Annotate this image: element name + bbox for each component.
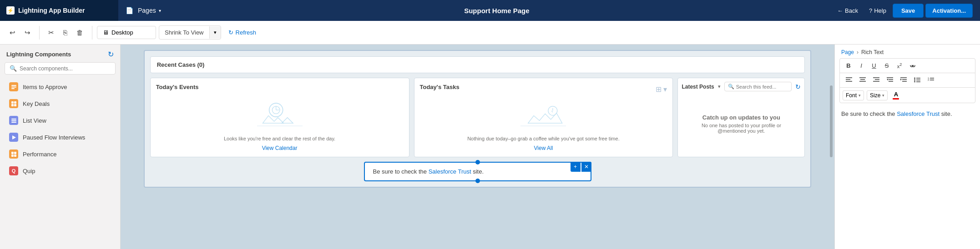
size-label: Size: [870, 92, 880, 99]
component-search-bar[interactable]: 🔍: [5, 62, 116, 75]
feed-component: Latest Posts ▾ 🔍 ↻ Catch up on updates t…: [677, 78, 805, 157]
bold-button[interactable]: B: [843, 60, 854, 71]
superscript-button[interactable]: x2: [894, 60, 905, 71]
selected-rich-text-component[interactable]: Be sure to check the Salesforce Trust si…: [364, 162, 591, 181]
svg-rect-11: [11, 152, 14, 154]
events-illustration: [257, 99, 303, 130]
component-item-list-view[interactable]: List View: [3, 112, 117, 129]
feed-dropdown-icon[interactable]: ▾: [718, 84, 721, 90]
app-title: Lightning App Builder: [18, 7, 85, 14]
search-icon: 🔍: [10, 65, 17, 72]
svg-point-44: [914, 78, 915, 79]
events-title: Today's Events: [156, 84, 199, 90]
items-to-approve-label: Items to Approve: [23, 84, 67, 90]
panel-refresh-button[interactable]: ↻: [108, 50, 114, 59]
breadcrumb-current: Rich Text: [861, 49, 884, 55]
components-panel: Lightning Components ↻ 🔍 Items to Approv…: [0, 45, 121, 249]
component-item-key-deals[interactable]: Key Deals: [3, 95, 117, 112]
breadcrumb-page-link[interactable]: Page: [841, 49, 854, 55]
component-item-paused-flow[interactable]: Paused Flow Interviews: [3, 129, 117, 145]
svg-rect-9: [11, 122, 16, 123]
todays-tasks-component[interactable]: Today's Tasks ⊞ ▾ Nothing due today–go g…: [414, 78, 673, 157]
svg-point-46: [914, 80, 915, 81]
feed-refresh-icon[interactable]: ↻: [795, 83, 801, 90]
canvas-scrollbar[interactable]: [830, 85, 833, 157]
rte-alignment-row: 1.2.: [840, 73, 975, 88]
svg-line-24: [552, 110, 553, 112]
undo-button[interactable]: ↩: [5, 26, 20, 40]
canvas-area[interactable]: Recent Cases (0) Today's Events: [121, 45, 834, 249]
svg-rect-2: [11, 88, 15, 89]
selected-text-suffix: site.: [473, 168, 484, 175]
selection-handle-bottom: [475, 179, 480, 183]
selected-text-prefix: Be sure to check the: [373, 168, 429, 175]
feed-empty-title: Catch up on updates to you: [702, 114, 780, 121]
component-item-performance[interactable]: Performance: [3, 146, 117, 162]
delete-button[interactable]: 🗑: [72, 26, 87, 39]
save-button[interactable]: Save: [893, 4, 924, 18]
device-selector[interactable]: 🖥 Desktop: [97, 26, 156, 39]
font-color-button[interactable]: A: [890, 90, 901, 101]
history-tools: ↩ ↪: [5, 26, 40, 40]
recent-cases-component[interactable]: Recent Cases (0): [150, 56, 805, 73]
font-label: Font: [846, 92, 857, 99]
indent-decrease-button[interactable]: [884, 75, 896, 85]
link-button[interactable]: [906, 60, 919, 71]
svg-marker-43: [900, 79, 902, 80]
view-calendar-link[interactable]: View Calendar: [262, 145, 298, 151]
paused-flow-icon: [9, 133, 18, 142]
component-item-quip[interactable]: Q Quip: [3, 163, 117, 179]
help-button[interactable]: ? Help: [864, 5, 891, 17]
align-left-button[interactable]: [843, 75, 855, 85]
svg-rect-5: [11, 104, 14, 106]
salesforce-trust-link[interactable]: Salesforce Trust: [429, 168, 471, 175]
feed-search[interactable]: 🔍: [724, 82, 792, 91]
top-navigation: Lightning App Builder 📄 Pages ▾ Support …: [0, 0, 980, 21]
feed-search-input[interactable]: [736, 84, 788, 90]
view-label: Shrink To View: [159, 26, 209, 39]
refresh-icon: ↻: [228, 29, 233, 36]
remove-component-button[interactable]: ✕: [581, 162, 591, 172]
recent-cases-title: Recent Cases (0): [157, 61, 205, 68]
todays-events-component[interactable]: Today's Events Looks like you're free: [150, 78, 409, 157]
unordered-list-button[interactable]: [911, 75, 924, 85]
strikethrough-button[interactable]: S: [881, 60, 893, 71]
breadcrumb: Page › Rich Text: [835, 45, 980, 58]
panel-title: Lightning Components: [6, 51, 71, 58]
svg-rect-6: [14, 104, 16, 106]
component-item-items-to-approve[interactable]: Items to Approve: [3, 79, 117, 95]
activation-button[interactable]: Activation...: [925, 4, 973, 18]
indent-increase-button[interactable]: [897, 75, 910, 85]
edit-tools: ✂ ⎘ 🗑: [44, 26, 92, 40]
back-button[interactable]: ← Back: [833, 5, 863, 17]
copy-button[interactable]: ⎘: [59, 26, 71, 39]
canvas-mid-row: Today's Events Looks like you're free: [150, 78, 805, 157]
svg-rect-3: [11, 101, 14, 104]
add-component-button[interactable]: +: [571, 162, 581, 172]
italic-button[interactable]: I: [855, 60, 867, 71]
underline-button[interactable]: U: [868, 60, 880, 71]
selection-handle-top: [475, 160, 480, 164]
breadcrumb-separator: ›: [857, 49, 859, 55]
body-salesforce-link[interactable]: Salesforce Trust: [897, 110, 940, 117]
tasks-options-icon[interactable]: ⊞ ▾: [656, 85, 667, 94]
device-label: Desktop: [111, 29, 133, 36]
font-selector[interactable]: Font ▾: [843, 90, 864, 100]
view-all-link[interactable]: View All: [534, 145, 553, 151]
align-right-button[interactable]: [870, 75, 883, 85]
pages-dropdown[interactable]: 📄 Pages ▾: [118, 0, 168, 21]
redo-button[interactable]: ↪: [20, 26, 35, 40]
align-center-button[interactable]: [856, 75, 869, 85]
size-selector[interactable]: Size ▾: [867, 90, 888, 100]
svg-marker-10: [12, 135, 16, 139]
list-view-label: List View: [23, 117, 46, 124]
tasks-empty-text: Nothing due today–go grab a coffee while…: [467, 136, 620, 141]
svg-rect-12: [14, 152, 16, 154]
refresh-button[interactable]: ↻ Refresh: [224, 26, 261, 39]
ordered-list-button[interactable]: 1.2.: [924, 75, 937, 85]
view-selector[interactable]: Shrink To View ▾: [159, 25, 221, 40]
rich-text-editor-toolbar: B I U S x2: [839, 58, 975, 103]
search-input[interactable]: [20, 65, 111, 72]
cut-button[interactable]: ✂: [44, 26, 58, 40]
back-arrow-icon: ←: [837, 7, 843, 14]
